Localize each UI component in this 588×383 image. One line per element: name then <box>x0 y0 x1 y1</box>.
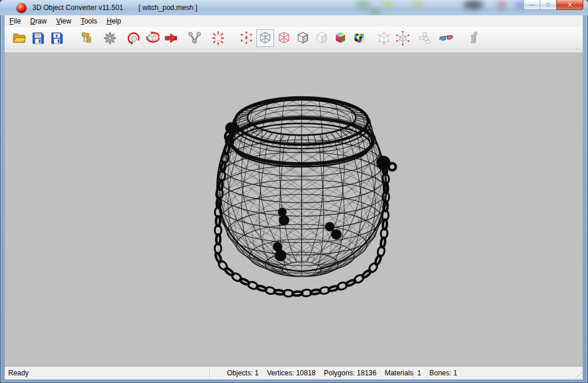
smooth-shaded-mode-button[interactable] <box>313 29 330 47</box>
desktop-blur-blob <box>497 2 506 8</box>
window-controls: — □ ✕ <box>523 0 583 10</box>
unwrap-mode-button[interactable] <box>416 29 434 47</box>
maximize-button[interactable]: □ <box>540 0 556 10</box>
desktop-blur-blob <box>381 1 394 8</box>
open-document-name: [ witch_pod.mesh ] <box>139 4 198 12</box>
menu-view[interactable]: View <box>51 16 76 26</box>
vertex-markers-button[interactable] <box>209 29 227 47</box>
desktop-blur-blob <box>463 1 483 9</box>
status-objects: Objects: 1 <box>227 369 259 377</box>
rotate-view-button[interactable] <box>125 29 142 47</box>
rotate-object-button[interactable] <box>143 29 161 47</box>
toolbar <box>5 27 583 49</box>
minimize-button[interactable]: — <box>523 0 540 10</box>
textured-mode-button[interactable] <box>350 29 368 47</box>
vertex-spikes-icon <box>211 31 225 45</box>
joints-button[interactable] <box>186 29 203 47</box>
status-vertices: Vertices: 10818 <box>267 369 316 377</box>
desktop-blur-blob <box>369 9 381 15</box>
title-bar[interactable]: 3D Object Converter v11.501 [ witch_pod.… <box>0 0 588 15</box>
hierarchy-tree-icon <box>79 31 93 45</box>
wireframe-mode-button[interactable] <box>256 29 274 47</box>
scene-tree-button[interactable] <box>78 29 95 47</box>
status-polygons: Polygons: 18136 <box>324 369 376 377</box>
gear-icon <box>103 31 117 45</box>
resize-grip[interactable] <box>574 371 582 379</box>
red-arrow-cube-icon <box>164 31 178 45</box>
anaglyph-mode-button[interactable] <box>437 29 455 47</box>
normals-cube-icon <box>377 31 391 45</box>
floppy-heart-icon <box>50 31 64 45</box>
hidden-line-mode-button[interactable] <box>275 29 293 47</box>
menu-draw[interactable]: Draw <box>25 16 51 26</box>
wireframe-cube-icon <box>258 31 272 45</box>
close-button[interactable]: ✕ <box>556 0 583 10</box>
save-favorite-button[interactable] <box>48 29 66 47</box>
joints-icon <box>188 31 202 45</box>
status-bones: Bones: 1 <box>429 369 457 377</box>
menu-help[interactable]: Help <box>102 16 126 26</box>
bone-hierarchy-button[interactable] <box>466 29 483 47</box>
axes-cube-icon <box>396 31 410 45</box>
app-icon <box>16 3 26 13</box>
status-ready: Ready <box>8 369 29 377</box>
settings-button[interactable] <box>101 29 119 47</box>
wireframe-cauldron-model <box>5 52 583 368</box>
menu-bar: File Draw View Tools Help <box>5 15 583 27</box>
status-bar: Ready Objects: 1 Vertices: 10818 Polygon… <box>5 368 583 379</box>
3d-glasses-icon <box>439 31 453 45</box>
rotate-cube-icon <box>145 31 159 45</box>
normals-mode-button[interactable] <box>375 29 393 47</box>
unfolded-faces-icon <box>418 31 432 45</box>
solid-mode-button[interactable] <box>294 29 312 47</box>
status-model-stats: Objects: 1 Vertices: 10818 Polygons: 181… <box>227 369 457 377</box>
smooth-cube-icon <box>315 31 329 45</box>
bone-chain-icon <box>467 31 482 45</box>
material-mode-button[interactable] <box>332 29 349 47</box>
checker-cube-icon <box>352 31 366 45</box>
open-file-button[interactable] <box>11 29 28 47</box>
status-separator <box>413 369 414 378</box>
desktop-blur-blob <box>356 1 371 8</box>
rotate-arrow-icon <box>126 31 141 45</box>
desktop-blur-blob <box>412 1 425 8</box>
import-object-button[interactable] <box>162 29 180 47</box>
open-folder-icon <box>12 31 26 45</box>
save-file-button[interactable] <box>29 29 47 47</box>
floppy-disk-icon <box>31 31 45 45</box>
pivot-axes-mode-button[interactable] <box>394 29 412 47</box>
points-mode-button[interactable] <box>238 29 255 47</box>
app-window: 3D Object Converter v11.501 [ witch_pod.… <box>0 0 588 383</box>
menu-file[interactable]: File <box>5 16 25 26</box>
status-separator <box>209 369 210 378</box>
window-title: 3D Object Converter v11.501 <box>32 4 123 12</box>
rainbow-cube-icon <box>333 31 348 45</box>
pink-wireframe-cube-icon <box>277 31 291 45</box>
solid-cube-icon <box>296 31 310 45</box>
viewport-3d[interactable] <box>5 49 583 368</box>
status-materials: Materials: 1 <box>385 369 421 377</box>
status-separator <box>427 369 427 378</box>
points-cube-icon <box>239 31 253 45</box>
menu-tools[interactable]: Tools <box>76 16 102 26</box>
